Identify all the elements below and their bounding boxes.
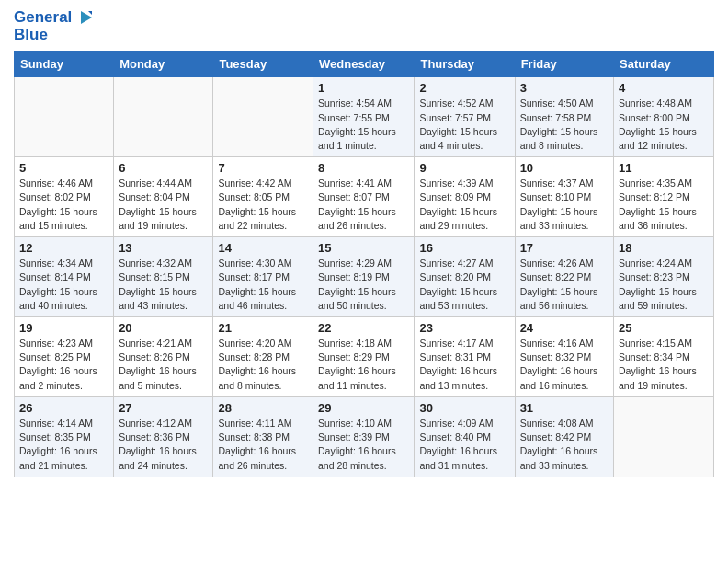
day-info: Sunrise: 4:44 AMSunset: 8:04 PMDaylight:…	[119, 177, 208, 233]
day-cell: 31Sunrise: 4:08 AMSunset: 8:42 PMDayligh…	[515, 396, 613, 477]
day-info: Sunrise: 4:26 AMSunset: 8:22 PMDaylight:…	[520, 257, 609, 313]
day-cell: 7Sunrise: 4:42 AMSunset: 8:05 PMDaylight…	[213, 157, 313, 237]
day-info: Sunrise: 4:15 AMSunset: 8:34 PMDaylight:…	[619, 337, 709, 393]
day-number: 21	[218, 321, 308, 335]
day-info: Sunrise: 4:32 AMSunset: 8:15 PMDaylight:…	[119, 257, 208, 313]
day-info: Sunrise: 4:29 AMSunset: 8:19 PMDaylight:…	[318, 257, 409, 313]
day-number: 8	[318, 161, 409, 175]
day-info: Sunrise: 4:46 AMSunset: 8:02 PMDaylight:…	[19, 177, 108, 233]
day-number: 4	[619, 81, 709, 95]
day-info: Sunrise: 4:23 AMSunset: 8:25 PMDaylight:…	[19, 337, 108, 393]
day-info: Sunrise: 4:12 AMSunset: 8:36 PMDaylight:…	[119, 417, 208, 473]
day-cell: 30Sunrise: 4:09 AMSunset: 8:40 PMDayligh…	[415, 396, 515, 477]
day-info: Sunrise: 4:21 AMSunset: 8:26 PMDaylight:…	[119, 337, 208, 393]
day-cell: 4Sunrise: 4:48 AMSunset: 8:00 PMDaylight…	[614, 77, 714, 157]
day-cell	[15, 77, 114, 157]
day-info: Sunrise: 4:52 AMSunset: 7:57 PMDaylight:…	[419, 97, 509, 153]
day-cell: 26Sunrise: 4:14 AMSunset: 8:35 PMDayligh…	[15, 396, 114, 477]
day-number: 16	[419, 241, 509, 255]
day-number: 25	[619, 321, 709, 335]
day-info: Sunrise: 4:08 AMSunset: 8:42 PMDaylight:…	[520, 417, 609, 473]
day-cell: 27Sunrise: 4:12 AMSunset: 8:36 PMDayligh…	[114, 396, 213, 477]
day-cell	[614, 396, 714, 477]
day-number: 9	[419, 161, 509, 175]
page-header: General Blue	[14, 9, 714, 43]
calendar-table: SundayMondayTuesdayWednesdayThursdayFrid…	[14, 51, 714, 477]
col-header-sunday: Sunday	[15, 52, 114, 77]
day-cell: 23Sunrise: 4:17 AMSunset: 8:31 PMDayligh…	[415, 317, 515, 397]
col-header-thursday: Thursday	[415, 52, 515, 77]
day-number: 17	[520, 241, 609, 255]
day-cell: 28Sunrise: 4:11 AMSunset: 8:38 PMDayligh…	[213, 396, 313, 477]
day-info: Sunrise: 4:34 AMSunset: 8:14 PMDaylight:…	[19, 257, 108, 313]
day-number: 28	[218, 401, 308, 415]
day-number: 24	[520, 321, 609, 335]
col-header-wednesday: Wednesday	[313, 52, 415, 77]
day-cell: 17Sunrise: 4:26 AMSunset: 8:22 PMDayligh…	[515, 237, 613, 317]
day-info: Sunrise: 4:17 AMSunset: 8:31 PMDaylight:…	[419, 337, 509, 393]
week-row-4: 19Sunrise: 4:23 AMSunset: 8:25 PMDayligh…	[15, 317, 714, 397]
day-info: Sunrise: 4:50 AMSunset: 7:58 PMDaylight:…	[520, 97, 609, 153]
day-number: 20	[119, 321, 208, 335]
day-number: 5	[19, 161, 108, 175]
day-number: 3	[520, 81, 609, 95]
day-cell: 18Sunrise: 4:24 AMSunset: 8:23 PMDayligh…	[614, 237, 714, 317]
day-number: 6	[119, 161, 208, 175]
day-number: 7	[218, 161, 308, 175]
day-info: Sunrise: 4:20 AMSunset: 8:28 PMDaylight:…	[218, 337, 308, 393]
day-number: 26	[19, 401, 108, 415]
day-number: 1	[318, 81, 409, 95]
col-header-monday: Monday	[114, 52, 213, 77]
svg-marker-1	[88, 11, 92, 15]
day-cell: 21Sunrise: 4:20 AMSunset: 8:28 PMDayligh…	[213, 317, 313, 397]
week-row-3: 12Sunrise: 4:34 AMSunset: 8:14 PMDayligh…	[15, 237, 714, 317]
col-header-tuesday: Tuesday	[213, 52, 313, 77]
day-cell: 12Sunrise: 4:34 AMSunset: 8:14 PMDayligh…	[15, 237, 114, 317]
col-header-saturday: Saturday	[614, 52, 714, 77]
day-cell: 14Sunrise: 4:30 AMSunset: 8:17 PMDayligh…	[213, 237, 313, 317]
day-info: Sunrise: 4:39 AMSunset: 8:09 PMDaylight:…	[419, 177, 509, 233]
day-number: 11	[619, 161, 709, 175]
day-info: Sunrise: 4:16 AMSunset: 8:32 PMDaylight:…	[520, 337, 609, 393]
day-info: Sunrise: 4:48 AMSunset: 8:00 PMDaylight:…	[619, 97, 709, 153]
day-info: Sunrise: 4:10 AMSunset: 8:39 PMDaylight:…	[318, 417, 409, 473]
day-cell: 19Sunrise: 4:23 AMSunset: 8:25 PMDayligh…	[15, 317, 114, 397]
day-cell	[114, 77, 213, 157]
day-cell: 24Sunrise: 4:16 AMSunset: 8:32 PMDayligh…	[515, 317, 613, 397]
day-number: 31	[520, 401, 609, 415]
week-row-1: 1Sunrise: 4:54 AMSunset: 7:55 PMDaylight…	[15, 77, 714, 157]
day-cell: 22Sunrise: 4:18 AMSunset: 8:29 PMDayligh…	[313, 317, 415, 397]
day-cell: 20Sunrise: 4:21 AMSunset: 8:26 PMDayligh…	[114, 317, 213, 397]
day-number: 19	[19, 321, 108, 335]
week-row-5: 26Sunrise: 4:14 AMSunset: 8:35 PMDayligh…	[15, 396, 714, 477]
day-cell: 2Sunrise: 4:52 AMSunset: 7:57 PMDaylight…	[415, 77, 515, 157]
day-info: Sunrise: 4:11 AMSunset: 8:38 PMDaylight:…	[218, 417, 308, 473]
day-cell: 8Sunrise: 4:41 AMSunset: 8:07 PMDaylight…	[313, 157, 415, 237]
day-cell: 15Sunrise: 4:29 AMSunset: 8:19 PMDayligh…	[313, 237, 415, 317]
week-row-2: 5Sunrise: 4:46 AMSunset: 8:02 PMDaylight…	[15, 157, 714, 237]
day-cell: 10Sunrise: 4:37 AMSunset: 8:10 PMDayligh…	[515, 157, 613, 237]
day-info: Sunrise: 4:27 AMSunset: 8:20 PMDaylight:…	[419, 257, 509, 313]
day-info: Sunrise: 4:14 AMSunset: 8:35 PMDaylight:…	[19, 417, 108, 473]
day-number: 18	[619, 241, 709, 255]
day-info: Sunrise: 4:54 AMSunset: 7:55 PMDaylight:…	[318, 97, 409, 153]
day-number: 15	[318, 241, 409, 255]
logo-text: General Blue	[14, 9, 92, 43]
day-cell: 13Sunrise: 4:32 AMSunset: 8:15 PMDayligh…	[114, 237, 213, 317]
day-info: Sunrise: 4:09 AMSunset: 8:40 PMDaylight:…	[419, 417, 509, 473]
day-number: 10	[520, 161, 609, 175]
day-number: 30	[419, 401, 509, 415]
day-number: 14	[218, 241, 308, 255]
day-info: Sunrise: 4:35 AMSunset: 8:12 PMDaylight:…	[619, 177, 709, 233]
day-info: Sunrise: 4:18 AMSunset: 8:29 PMDaylight:…	[318, 337, 409, 393]
day-number: 29	[318, 401, 409, 415]
day-cell: 6Sunrise: 4:44 AMSunset: 8:04 PMDaylight…	[114, 157, 213, 237]
day-info: Sunrise: 4:24 AMSunset: 8:23 PMDaylight:…	[619, 257, 709, 313]
col-header-friday: Friday	[515, 52, 613, 77]
day-cell: 5Sunrise: 4:46 AMSunset: 8:02 PMDaylight…	[15, 157, 114, 237]
day-number: 27	[119, 401, 208, 415]
day-info: Sunrise: 4:41 AMSunset: 8:07 PMDaylight:…	[318, 177, 409, 233]
day-cell: 9Sunrise: 4:39 AMSunset: 8:09 PMDaylight…	[415, 157, 515, 237]
day-info: Sunrise: 4:30 AMSunset: 8:17 PMDaylight:…	[218, 257, 308, 313]
logo: General Blue	[14, 9, 92, 43]
